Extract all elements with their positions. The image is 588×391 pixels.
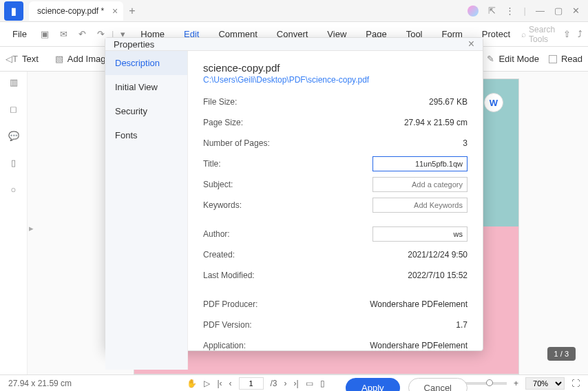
created-label: Created: [203,250,235,260]
search-panel-icon[interactable]: ○ [11,184,17,195]
page-size-label: Page Size: [203,118,243,127]
application-value: Wondershare PDFelement [370,341,468,350]
text-tool[interactable]: ◁T T Text Text [6,54,39,64]
version-value: 1.7 [456,320,468,330]
share-icon[interactable]: ⇱ [488,6,496,16]
cloud-up-icon[interactable]: ⇧ [563,29,571,39]
status-page-size: 27.94 x 21.59 cm [8,379,72,388]
author-label: Author: [203,229,230,239]
comment-panel-icon[interactable]: 💬 [8,131,19,141]
dialog-content: science-copy.pdf C:\Users\Geili\Desktop\… [188,51,483,370]
add-tab-button[interactable]: + [129,5,135,17]
zoom-in-icon[interactable]: + [514,379,518,388]
left-sidebar: ▥ ◻ 💬 ▯ ○ [0,72,28,374]
save-icon[interactable]: ▣ [36,29,53,39]
application-label: Application: [203,341,246,350]
title-label: Title: [203,159,221,169]
close-window-icon[interactable]: ✕ [572,6,580,16]
sidebar-fonts[interactable]: Fonts [105,123,187,147]
modified-value: 2022/7/10 15:52 [408,271,468,280]
dialog-sidebar: Description Initial View Security Fonts [105,51,188,370]
search-tools[interactable]: ⌕ Search Tools [521,25,555,44]
keywords-input[interactable] [372,198,468,213]
read-checkbox[interactable]: Read [549,54,582,64]
text-icon: ◁T [6,54,18,64]
account-icon[interactable] [468,6,479,17]
file-name: science-copy.pdf [203,62,468,74]
page-indicator-badge: 1 / 3 [547,347,576,361]
dialog-title: Properties [114,39,154,50]
fullscreen-icon[interactable]: ⛶ [571,379,580,388]
app-icon: ▮ [4,1,23,21]
bookmark-icon[interactable]: ◻ [10,104,17,114]
mail-icon[interactable]: ✉ [56,29,72,39]
close-tab-icon[interactable]: × [112,6,118,17]
pencil-icon: ✎ [487,54,494,64]
page-size-value: 27.94 x 21.59 cm [404,118,468,127]
author-input[interactable] [372,226,468,242]
version-label: PDF Version: [203,320,252,330]
word-export-icon[interactable]: W [484,93,503,112]
subject-label: Subject: [203,180,233,189]
title-input[interactable] [372,156,468,171]
thumbnail-icon[interactable]: ▥ [10,77,18,87]
num-pages-label: Number of Pages: [203,138,270,148]
minimize-icon[interactable]: — [536,6,545,16]
search-icon: ⌕ [521,30,526,39]
file-size-label: File Size: [203,97,237,107]
modified-label: Last Modified: [203,271,255,280]
sidebar-description[interactable]: Description [105,51,187,75]
producer-value: Wondershare PDFelement [370,299,468,309]
created-value: 2021/12/24 9:50 [408,250,468,260]
dialog-header: Properties × [105,38,483,51]
dialog-footer: Apply Cancel [105,370,483,391]
keywords-label: Keywords: [203,200,242,210]
title-bar: ▮ science-copy.pdf * × + ⇱ ⋮ | — ▢ ✕ [0,0,588,22]
zoom-slider-handle[interactable] [486,379,493,386]
checkbox-icon [549,55,557,63]
properties-dialog: Properties × Description Initial View Se… [105,37,483,351]
more-icon[interactable]: ⋮ [505,6,514,16]
num-pages-value: 3 [463,138,468,148]
producer-label: PDF Producer: [203,299,258,309]
tab-title: science-copy.pdf * [37,6,104,16]
undo-icon[interactable]: ↶ [74,29,90,39]
cancel-button[interactable]: Cancel [408,378,468,391]
sidebar-security[interactable]: Security [105,99,187,123]
add-image-tool[interactable]: ▧ Add Image [55,54,111,64]
apply-button[interactable]: Apply [346,378,400,391]
document-tab[interactable]: science-copy.pdf * × [29,1,123,21]
cloud-share-icon[interactable]: ⤴ [578,29,582,39]
file-menu[interactable]: File [6,29,34,39]
dialog-close-icon[interactable]: × [468,38,474,50]
edit-mode-toggle[interactable]: ✎ Edit Mode [487,54,539,64]
file-path[interactable]: C:\Users\Geili\Desktop\PDF\science-copy.… [203,75,468,85]
zoom-select[interactable]: 70% [525,377,565,390]
panel-expand-icon[interactable]: ▸ [29,223,34,233]
file-size-value: 295.67 KB [429,97,468,107]
attachment-icon[interactable]: ▯ [11,158,16,168]
sidebar-initial-view[interactable]: Initial View [105,75,187,99]
image-icon: ▧ [55,54,63,64]
subject-input[interactable] [372,177,468,192]
maximize-icon[interactable]: ▢ [554,6,563,16]
